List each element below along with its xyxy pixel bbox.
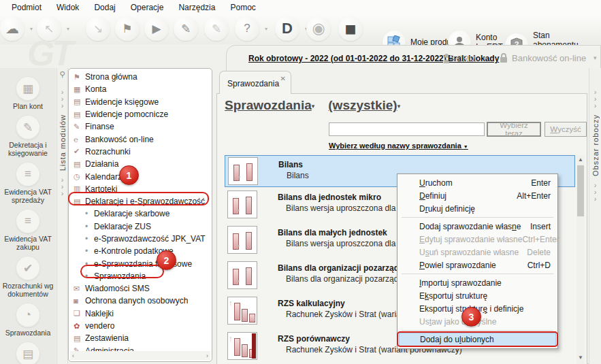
module-list-item[interactable]: ✿ vendero (69, 320, 212, 332)
module-list-item[interactable]: ▦ Konta (69, 83, 212, 95)
context-menu-item-label: Eksportuj strukturę i definicje (419, 304, 551, 314)
module-item-icon: ▤ (74, 160, 85, 169)
chevron-down-icon[interactable]: ▾ (67, 26, 69, 32)
filter-dropdown[interactable]: (wszystkie)▾ (328, 98, 400, 112)
scrollbar-thumb[interactable] (577, 165, 584, 216)
module-list-item[interactable]: ℮ Bankowość on-line (69, 133, 212, 145)
toolbar-button[interactable]: ? ▾ (235, 16, 259, 41)
pin-icon[interactable]: ⚲ (59, 70, 65, 79)
toolbar-button-icon: ⚑ (122, 22, 132, 36)
menubar-item[interactable]: Narzędzia (171, 1, 223, 14)
annotation-badge-2: 2 (157, 250, 176, 270)
report-chart-icon: ↑ (227, 261, 257, 289)
context-menu-item[interactable]: Drukuj definicję (399, 202, 556, 215)
context-menu-item-label: Powiel sprawozdanie (419, 261, 527, 270)
select-now-button[interactable]: Wybierz teraz (487, 122, 541, 137)
sidebar-module-button[interactable]: ≡ Ewidencja VAT zakupu (0, 209, 56, 251)
sidebar-module-button[interactable]: ▦ Plan kont (0, 76, 56, 110)
module-item-label: e-Sprawozdawczość JPK_VAT (94, 234, 206, 244)
title-dropdown[interactable]: Sprawozdania▾ (225, 98, 314, 112)
module-list-item[interactable]: ❏ Naklejki (69, 308, 212, 320)
context-menu-item[interactable]: Dodaj sprawozdanie własne Insert (399, 220, 556, 233)
insert-gt-window: PodmiotWidokDodajOperacjeNarzędziaPomoc … (0, 0, 601, 364)
select-by-name-link[interactable]: Wybierz według nazwy sprawozdania ▼ (329, 142, 468, 150)
chevron-down-icon: ▼ (592, 55, 598, 61)
context-menu-item[interactable]: Powiel sprawozdanie Ctrl+D (399, 259, 556, 271)
sidebar-module-button[interactable]: ≡ Ewidencja VAT sprzedaży (0, 162, 56, 204)
module-list-item[interactable]: ✎ Finanse (69, 120, 212, 133)
context-menu-item-label: Drukuj definicję (419, 204, 551, 214)
module-item-icon: ⚑ (74, 73, 85, 82)
crm-button[interactable]: CRM▼ (443, 53, 488, 64)
module-list-item[interactable]: ◷ Kalendarz (69, 170, 212, 182)
online-banking-button[interactable]: Bankowość on-line▼ (499, 53, 598, 63)
module-list-item[interactable]: • e-Sprawozdawczość JPK_VAT (69, 233, 212, 245)
annotation-rect-dodaj-do-ulubionych (397, 331, 558, 347)
toolbar-button[interactable]: D ▾ (275, 16, 299, 41)
context-menu-item[interactable]: Importuj sprawozdanie (399, 276, 556, 289)
clear-button[interactable]: Wyczyść (545, 122, 587, 137)
search-input[interactable] (329, 122, 485, 136)
toolbar-button[interactable]: ↘ ▾ (86, 16, 110, 41)
toolbar-button[interactable]: ⚑ (115, 16, 140, 41)
context-menu-item[interactable]: Edytuj sprawozdanie własne Ctrl+Enter (399, 233, 556, 246)
module-list-item[interactable]: ▤ Zestawienia (69, 332, 212, 344)
scroll-down-icon[interactable]: ▼ (576, 353, 585, 363)
context-menu-item[interactable]: Definiuj Alt+Enter (399, 189, 556, 202)
toolbar-button[interactable]: ✎ (174, 16, 198, 41)
scroll-left-icon[interactable]: ‹ (72, 352, 74, 359)
scroll-right-icon[interactable]: › (206, 352, 208, 359)
sidebar-module-label: Ewidencja VAT sprzedaży (1, 188, 54, 204)
report-list-vscrollbar[interactable]: ▲ ▼ (576, 155, 585, 364)
sidebar-module-button[interactable]: ▤ Deklaracje skarbowe (0, 342, 56, 364)
module-list-item[interactable]: ✔ Rozrachunki (69, 146, 212, 158)
workspace-strip[interactable]: ⚲ ››› Obszar roboczy ››› (589, 68, 601, 364)
toolbar-button-icon: ? (244, 22, 250, 35)
module-list-strip[interactable]: ⚲ ››› Lista modułów ››› (56, 68, 68, 364)
tab-close-icon[interactable]: ✕ (280, 75, 286, 82)
context-menu-item[interactable]: Uruchom Enter (399, 176, 556, 189)
toolbar: ↖ ▾ ↘ ▾ ⚑ ▶ ✎ ✎ ? (0, 14, 601, 44)
module-list-item[interactable]: ▤ Ewidencje księgowe (69, 96, 212, 108)
module-list-item[interactable]: • e-Kontrole podatkowe (69, 245, 212, 257)
context-menu-item[interactable] (399, 271, 556, 276)
toolbar-button[interactable]: ◉ (306, 16, 331, 41)
module-list-item[interactable]: ▤ Ewidencje pomocnicze (69, 108, 212, 120)
report-chart-icon: ↑ (227, 332, 257, 360)
toolbar-button[interactable]: ◼ (338, 16, 363, 41)
menubar-item[interactable]: Podmiot (4, 1, 49, 14)
sidebar-module-button[interactable]: ✔ Rozrachunki wg dokumentów (0, 256, 56, 298)
menubar-item[interactable]: Operacje (123, 1, 172, 14)
menubar-item[interactable]: Dodaj (86, 1, 123, 14)
module-list-item[interactable]: ⚑ Strona główna (69, 71, 212, 83)
toolbar-button[interactable]: ▶ (144, 16, 169, 41)
menubar-item[interactable]: Pomoc (223, 1, 263, 14)
module-list-item[interactable]: • Deklaracje skarbowe (69, 208, 212, 220)
tab-sprawozdania[interactable]: Sprawozdania ✕ (219, 71, 291, 94)
chevron-down-icon[interactable]: ▾ (30, 26, 33, 32)
context-menu-item[interactable]: Eksportuj strukturę (399, 289, 556, 302)
sidebar-module-icon: ≡ (25, 167, 31, 181)
chevron-down-icon: ▼ (483, 56, 488, 62)
sidebar-module-button[interactable]: ✎ Dekretacja i księgowanie (0, 115, 56, 157)
module-list-item[interactable]: ✉ Wiadomości SMS (69, 282, 212, 295)
menubar-item[interactable]: Widok (49, 1, 86, 14)
module-list-item[interactable]: • Deklaracje ZUS (69, 220, 212, 233)
module-item-icon: • (85, 209, 94, 218)
toolbar-button[interactable]: ✎ (204, 16, 229, 41)
context-menu-item-label: Importuj sprawozdanie (419, 278, 551, 288)
chevron-down-icon[interactable]: ▾ (265, 26, 267, 32)
report-title: RZS kalkulacyjny (278, 299, 345, 308)
context-menu-item-label: Dodaj sprawozdanie własne (419, 222, 530, 231)
module-list-hscrollbar[interactable]: ‹ › (70, 351, 210, 360)
scroll-up-icon[interactable]: ▲ (576, 155, 585, 165)
sidebar-module-button[interactable]: ◔ Sprawozdania (0, 303, 56, 337)
fiscal-year-link[interactable]: Rok obrotowy - 2022 (od 01-01-2022 do 31… (248, 54, 454, 63)
context-menu-item[interactable]: Usuń sprawozdanie własne Delete (399, 246, 556, 259)
context-menu-item[interactable] (399, 215, 556, 220)
toolbar-button[interactable]: ☁ ▾ (0, 16, 25, 41)
annotation-rect-sprawozdania (80, 265, 164, 278)
chevron-down-icon: ▾ (397, 103, 401, 110)
module-list-item[interactable]: ◙ Ochrona danych osobowych (69, 295, 212, 307)
module-list-item[interactable]: ▤ Działania (69, 158, 212, 170)
